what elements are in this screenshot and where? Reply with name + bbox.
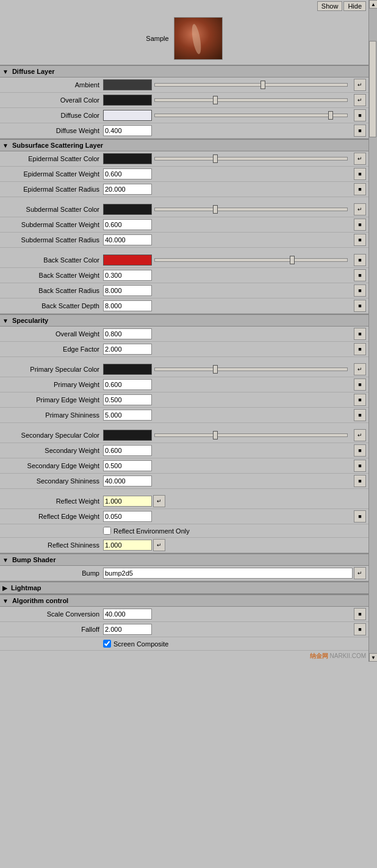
- overall-color-thumb[interactable]: [213, 96, 218, 104]
- diffuse-color-swatch[interactable]: [103, 110, 152, 121]
- back-scatter-weight-input[interactable]: [103, 270, 152, 281]
- lightmap-header[interactable]: ▶ Lightmap: [0, 582, 368, 594]
- epidermal-btn[interactable]: ↵: [354, 153, 366, 165]
- screen-composite-checkbox[interactable]: [103, 640, 111, 648]
- secondary-weight-input[interactable]: [103, 445, 152, 456]
- back-scatter-radius-btn[interactable]: ■: [354, 284, 366, 297]
- bump-input[interactable]: [103, 568, 353, 579]
- ambient-slider-thumb[interactable]: [260, 81, 265, 89]
- subsurface-arrow[interactable]: ▼: [2, 142, 9, 149]
- subdermal-btn[interactable]: ↵: [354, 203, 366, 215]
- diffuse-weight-input[interactable]: [103, 125, 152, 136]
- specularity-arrow[interactable]: ▼: [2, 317, 9, 324]
- back-scatter-color-btn[interactable]: ■: [354, 254, 366, 266]
- epidermal-color-swatch[interactable]: [103, 153, 152, 164]
- overall-color-swatch[interactable]: [103, 95, 152, 106]
- diffuse-layer-header[interactable]: ▼ Diffuse Layer: [0, 65, 368, 78]
- scroll-handle[interactable]: [369, 41, 376, 137]
- bump-shader-arrow[interactable]: ▼: [2, 557, 9, 563]
- secondary-edge-weight-input[interactable]: [103, 460, 152, 471]
- secondary-spec-btn[interactable]: ↵: [354, 429, 366, 441]
- reflect-shininess-input[interactable]: [103, 540, 152, 551]
- reflect-edge-weight-btn[interactable]: ■: [354, 510, 366, 523]
- epidermal-weight-btn[interactable]: ■: [354, 168, 366, 180]
- edge-factor-btn[interactable]: ■: [354, 343, 366, 355]
- reflect-weight-input[interactable]: [103, 496, 152, 507]
- scroll-down-btn[interactable]: ▼: [369, 653, 377, 662]
- subdermal-radius-btn[interactable]: ■: [354, 234, 366, 246]
- back-scatter-depth-input[interactable]: [103, 300, 152, 311]
- subsurface-header[interactable]: ▼ Subsurface Scattering Layer: [0, 139, 368, 151]
- scale-conversion-label: Scale Conversion: [2, 610, 103, 618]
- ambient-btn[interactable]: ↵: [354, 79, 366, 91]
- primary-weight-btn[interactable]: ■: [354, 378, 366, 391]
- spec-overall-weight-row: Overall Weight ■: [0, 327, 368, 342]
- reflect-weight-btn[interactable]: ↵: [153, 495, 165, 507]
- epidermal-track[interactable]: [154, 157, 348, 161]
- algorithm-arrow[interactable]: ▼: [2, 598, 9, 604]
- subdermal-color-swatch[interactable]: [103, 204, 152, 215]
- secondary-shininess-input[interactable]: [103, 476, 152, 486]
- scale-conversion-input[interactable]: [103, 609, 152, 620]
- falloff-input[interactable]: [103, 624, 152, 635]
- hide-button[interactable]: Hide: [343, 1, 366, 11]
- algorithm-header[interactable]: ▼ Algorithm control: [0, 595, 368, 607]
- back-scatter-radius-input[interactable]: [103, 285, 152, 296]
- diffuse-color-btn[interactable]: ■: [354, 109, 366, 121]
- diffuse-layer-arrow[interactable]: ▼: [2, 68, 9, 75]
- secondary-weight-btn[interactable]: ■: [354, 444, 366, 457]
- diffuse-color-thumb[interactable]: [328, 111, 333, 120]
- primary-spec-color-swatch[interactable]: [103, 364, 152, 375]
- subdermal-track[interactable]: [154, 208, 348, 211]
- edge-factor-input[interactable]: [103, 344, 152, 355]
- primary-edge-weight-input[interactable]: [103, 394, 152, 405]
- falloff-btn[interactable]: ■: [354, 623, 366, 635]
- epidermal-thumb[interactable]: [213, 154, 218, 163]
- overall-color-track[interactable]: [154, 98, 348, 102]
- primary-weight-input[interactable]: [103, 379, 152, 390]
- back-scatter-weight-btn[interactable]: ■: [354, 269, 366, 281]
- overall-color-btn[interactable]: ↵: [354, 94, 366, 106]
- ambient-slider-track[interactable]: [154, 83, 348, 87]
- subdermal-radius-input[interactable]: [103, 234, 152, 245]
- falloff-row: Falloff ■: [0, 622, 368, 637]
- epidermal-radius-btn[interactable]: ■: [354, 183, 366, 195]
- reflect-shininess-btn[interactable]: ↵: [153, 539, 165, 551]
- primary-shininess-input[interactable]: [103, 410, 152, 421]
- bump-shader-header[interactable]: ▼ Bump Shader: [0, 554, 368, 566]
- primary-edge-weight-btn[interactable]: ■: [354, 394, 366, 406]
- lightmap-arrow[interactable]: ▶: [2, 585, 7, 591]
- primary-spec-thumb[interactable]: [213, 365, 218, 374]
- back-scatter-color-swatch[interactable]: [103, 255, 152, 266]
- epidermal-radius-row: Epidermal Scatter Radius ■: [0, 182, 368, 197]
- specularity-header[interactable]: ▼ Specularity: [0, 314, 368, 327]
- bump-btn[interactable]: ↵: [354, 567, 366, 579]
- secondary-shininess-btn[interactable]: ■: [354, 475, 366, 487]
- show-button[interactable]: Show: [317, 1, 343, 11]
- secondary-spec-color-swatch[interactable]: [103, 430, 152, 441]
- back-scatter-thumb[interactable]: [290, 256, 295, 264]
- ambient-color-swatch[interactable]: [103, 79, 152, 90]
- scale-conversion-btn[interactable]: ■: [354, 608, 366, 620]
- scroll-track[interactable]: [369, 9, 377, 653]
- spec-overall-weight-btn[interactable]: ■: [354, 328, 366, 340]
- primary-shininess-btn[interactable]: ■: [354, 409, 366, 421]
- diffuse-color-track[interactable]: [154, 114, 348, 117]
- reflect-env-checkbox[interactable]: [103, 527, 111, 535]
- epidermal-weight-input[interactable]: [103, 168, 152, 179]
- secondary-spec-thumb[interactable]: [213, 431, 218, 439]
- subdermal-thumb[interactable]: [213, 205, 218, 214]
- epidermal-radius-input[interactable]: [103, 184, 152, 195]
- back-scatter-depth-btn[interactable]: ■: [354, 300, 366, 312]
- primary-spec-btn[interactable]: ↵: [354, 363, 366, 375]
- secondary-edge-weight-btn[interactable]: ■: [354, 460, 366, 472]
- secondary-spec-track[interactable]: [154, 433, 348, 437]
- reflect-edge-weight-input[interactable]: [103, 511, 152, 522]
- spec-overall-weight-input[interactable]: [103, 328, 152, 339]
- subdermal-weight-input[interactable]: [103, 219, 152, 230]
- primary-spec-track[interactable]: [154, 367, 348, 371]
- back-scatter-track[interactable]: [154, 258, 348, 262]
- scroll-up-btn[interactable]: ▲: [369, 0, 377, 9]
- subdermal-weight-btn[interactable]: ■: [354, 219, 366, 231]
- diffuse-weight-btn[interactable]: ■: [354, 125, 366, 137]
